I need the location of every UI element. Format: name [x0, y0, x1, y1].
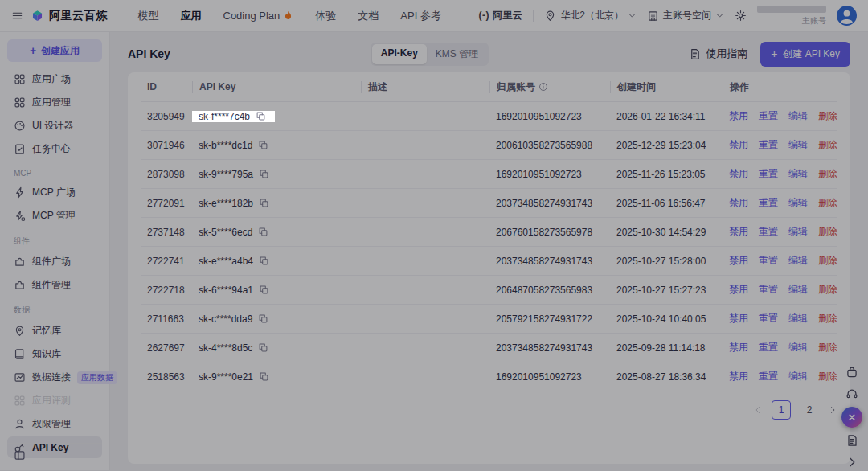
action-重置[interactable]: 重置 [759, 167, 778, 181]
api-key-value: sk-5****6ecd [199, 227, 268, 238]
action-编辑[interactable]: 编辑 [788, 138, 808, 152]
bailian-logo[interactable]: 阿里云百炼 [31, 9, 108, 23]
sidebar-item-应用管理[interactable]: 应用管理 [7, 92, 102, 113]
action-重置[interactable]: 重置 [759, 370, 778, 383]
hamburger-menu-icon[interactable] [11, 10, 23, 22]
sidebar-item-记忆库[interactable]: 记忆库 [7, 320, 102, 342]
action-禁用[interactable]: 禁用 [729, 254, 748, 268]
action-删除[interactable]: 删除 [818, 109, 837, 123]
assistant-close-button[interactable] [841, 407, 862, 428]
table-row: 2873098sk-9****795a16920109510927232025-… [141, 160, 837, 189]
sidebar-item-label: MCP 管理 [32, 209, 76, 223]
sidebar-item-组件广场[interactable]: 组件广场 [7, 251, 102, 272]
action-重置[interactable]: 重置 [759, 254, 778, 268]
action-禁用[interactable]: 禁用 [729, 109, 748, 123]
action-禁用[interactable]: 禁用 [729, 196, 748, 210]
workspace-selector[interactable]: 主账号空间 [647, 9, 724, 23]
action-重置[interactable]: 重置 [759, 225, 778, 239]
action-编辑[interactable]: 编辑 [788, 283, 808, 297]
action-删除[interactable]: 删除 [818, 196, 837, 210]
action-编辑[interactable]: 编辑 [788, 312, 808, 326]
sidebar-item-应用广场[interactable]: 应用广场 [7, 68, 102, 90]
action-删除[interactable]: 删除 [818, 138, 837, 152]
user-avatar[interactable] [837, 6, 857, 26]
action-删除[interactable]: 删除 [818, 225, 837, 239]
pagination-prev-icon[interactable] [753, 405, 763, 415]
action-删除[interactable]: 删除 [818, 167, 837, 181]
sidebar-item-label: 记忆库 [32, 324, 61, 338]
pagination-page-1[interactable]: 1 [772, 400, 791, 420]
column-header-ID: ID [141, 81, 192, 93]
action-删除[interactable]: 删除 [818, 370, 837, 383]
pagination-next-icon[interactable] [828, 405, 837, 415]
action-重置[interactable]: 重置 [759, 196, 778, 210]
topbar: 阿里云百炼 模型应用Coding Plan体验文档API 参考 (-) 阿里云 … [0, 0, 868, 32]
create-api-key-button[interactable]: + 创建 API Key [760, 42, 850, 67]
float-bag-icon[interactable] [843, 363, 861, 381]
copy-icon[interactable] [258, 140, 268, 150]
action-编辑[interactable]: 编辑 [788, 341, 808, 354]
usage-guide-link[interactable]: 使用指南 [689, 47, 747, 61]
nav-item-Coding Plan[interactable]: Coding Plan [223, 9, 294, 23]
action-重置[interactable]: 重置 [759, 138, 778, 152]
copy-icon[interactable] [259, 371, 269, 382]
float-chevron-right-icon[interactable] [843, 453, 861, 471]
sidebar-item-UI 设计器[interactable]: UI 设计器 [7, 115, 102, 137]
copy-icon[interactable] [256, 111, 266, 121]
copy-icon[interactable] [258, 313, 268, 324]
action-重置[interactable]: 重置 [759, 312, 778, 326]
action-编辑[interactable]: 编辑 [788, 370, 808, 383]
action-编辑[interactable]: 编辑 [788, 254, 808, 268]
action-编辑[interactable]: 编辑 [788, 109, 808, 123]
action-禁用[interactable]: 禁用 [729, 225, 748, 239]
sidebar-item-应用评测[interactable]: 应用评测 [7, 390, 102, 412]
nav-item-模型[interactable]: 模型 [138, 9, 159, 23]
region-selector[interactable]: 华北2（北京） [544, 9, 637, 23]
action-编辑[interactable]: 编辑 [788, 225, 808, 239]
action-编辑[interactable]: 编辑 [788, 167, 808, 181]
action-重置[interactable]: 重置 [759, 341, 778, 354]
sidebar-item-任务中心[interactable]: 任务中心 [7, 138, 102, 160]
float-headset-icon[interactable] [843, 385, 861, 403]
gear-icon[interactable] [735, 10, 747, 22]
action-禁用[interactable]: 禁用 [729, 312, 748, 326]
copy-icon[interactable] [259, 256, 269, 266]
collapse-sidebar-icon[interactable] [14, 449, 26, 461]
sidebar-item-组件管理[interactable]: 组件管理 [7, 274, 102, 296]
action-删除[interactable]: 删除 [818, 312, 837, 326]
action-重置[interactable]: 重置 [759, 109, 778, 123]
copy-icon[interactable] [259, 169, 269, 179]
action-编辑[interactable]: 编辑 [788, 196, 808, 210]
action-删除[interactable]: 删除 [818, 341, 837, 354]
action-禁用[interactable]: 禁用 [729, 341, 748, 354]
sidebar-item-MCP 广场[interactable]: MCP 广场 [7, 182, 102, 203]
action-禁用[interactable]: 禁用 [729, 370, 748, 383]
cell-account: 1692010951092723 [489, 371, 610, 383]
sidebar-item-知识库[interactable]: 知识库 [7, 343, 102, 365]
nav-item-文档[interactable]: 文档 [358, 9, 379, 23]
copy-icon[interactable] [259, 198, 269, 208]
create-app-button[interactable]: + 创建应用 [7, 39, 102, 62]
cell-created: 2026-01-22 16:34:11 [610, 111, 723, 122]
sidebar-item-权限管理[interactable]: 权限管理 [7, 413, 102, 435]
pagination-page-2[interactable]: 2 [800, 400, 819, 420]
tab-api-key[interactable]: API-Key [372, 44, 427, 64]
nav-item-API 参考[interactable]: API 参考 [400, 9, 441, 23]
sidebar-item-数据连接[interactable]: 数据连接应用数据 [7, 367, 102, 388]
sidebar-item-MCP 管理[interactable]: MCP 管理 [7, 205, 102, 227]
nav-item-应用[interactable]: 应用 [181, 9, 202, 23]
action-重置[interactable]: 重置 [759, 283, 778, 297]
action-删除[interactable]: 删除 [818, 254, 837, 268]
sidebar-item-label: UI 设计器 [32, 119, 73, 133]
copy-icon[interactable] [259, 285, 269, 295]
action-删除[interactable]: 删除 [818, 283, 837, 297]
nav-item-体验[interactable]: 体验 [315, 9, 336, 23]
action-禁用[interactable]: 禁用 [729, 167, 748, 181]
tab-kms[interactable]: KMS 管理 [427, 44, 487, 64]
float-doc-icon[interactable] [843, 432, 861, 449]
action-禁用[interactable]: 禁用 [729, 283, 748, 297]
copy-icon[interactable] [258, 342, 268, 353]
action-禁用[interactable]: 禁用 [729, 138, 748, 152]
column-header-label: ID [147, 81, 157, 92]
copy-icon[interactable] [258, 227, 268, 237]
